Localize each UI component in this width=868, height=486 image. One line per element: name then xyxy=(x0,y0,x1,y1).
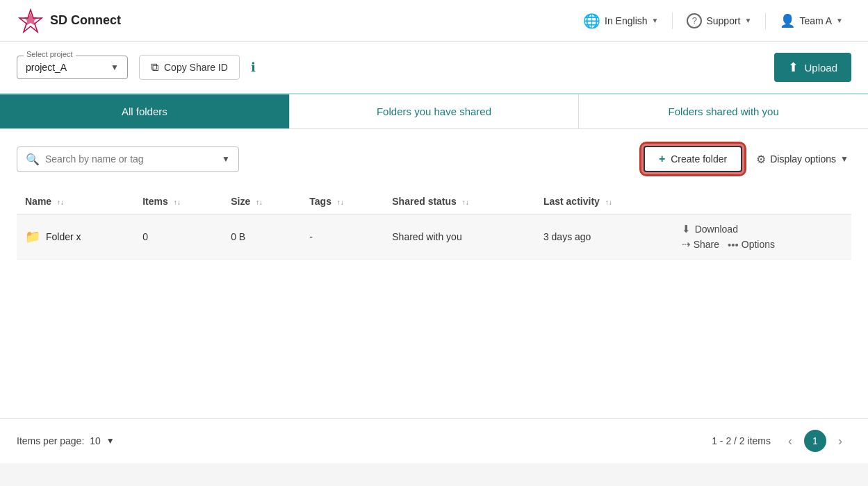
copy-share-id-button[interactable]: ⧉ Copy Share ID xyxy=(139,55,240,80)
cell-actions: ⬇ Download ⇢ Share ••• Options xyxy=(673,215,851,260)
display-options-label: Display options xyxy=(770,153,836,165)
col-size: Size ↑↓ xyxy=(222,189,301,215)
cell-tags: - xyxy=(301,215,384,260)
header-divider-1 xyxy=(672,12,673,29)
table-row: 📁 Folder x 0 0 B - Shared with you 3 day… xyxy=(17,215,851,260)
items-sort-icon[interactable]: ↑↓ xyxy=(174,199,181,206)
options-action[interactable]: ••• Options xyxy=(728,239,775,251)
support-button[interactable]: ? Support ▼ xyxy=(678,9,760,33)
upload-label: Upload xyxy=(804,62,837,74)
col-shared-status: Shared status ↑↓ xyxy=(384,189,535,215)
cell-last-activity: 3 days ago xyxy=(535,215,673,260)
sliders-icon: ⚙ xyxy=(756,153,766,166)
last-activity-sort-icon[interactable]: ↑↓ xyxy=(605,199,612,206)
copy-share-label: Copy Share ID xyxy=(164,62,228,73)
download-icon: ⬇ xyxy=(682,223,691,235)
pagination-range: 1 - 2 / 2 items xyxy=(712,435,771,446)
folder-name[interactable]: Folder x xyxy=(46,231,81,242)
folder-icon: 📁 xyxy=(25,229,40,244)
col-items: Items ↑↓ xyxy=(134,189,222,215)
search-box[interactable]: 🔍 ▼ xyxy=(17,146,239,172)
plus-icon: + xyxy=(659,153,665,165)
header-left: SD Connect xyxy=(17,7,121,35)
cell-items: 0 xyxy=(134,215,222,260)
toolbar: Select project project_A ▼ ⧉ Copy Share … xyxy=(0,42,868,94)
project-selector-chevron-icon: ▼ xyxy=(110,62,119,72)
header-divider-2 xyxy=(765,12,766,29)
cell-name: 📁 Folder x xyxy=(17,215,134,260)
tab-folders-shared-with-you[interactable]: Folders shared with you xyxy=(579,94,868,128)
language-chevron-icon: ▼ xyxy=(652,17,659,24)
team-selector[interactable]: 👤 Team A ▼ xyxy=(771,9,851,33)
user-icon: 👤 xyxy=(780,13,795,28)
col-actions xyxy=(673,189,851,215)
tab-folders-shared-by-you[interactable]: Folders you have shared xyxy=(290,94,579,128)
search-icon: 🔍 xyxy=(26,153,40,166)
toolbar-left: Select project project_A ▼ ⧉ Copy Share … xyxy=(17,55,256,80)
content-area: 🔍 ▼ + Create folder ⚙ Display options ▼ xyxy=(0,129,868,407)
shared-status-sort-icon[interactable]: ↑↓ xyxy=(462,199,469,206)
share-info-icon[interactable]: ℹ xyxy=(251,60,256,75)
support-label: Support xyxy=(706,15,740,26)
prev-page-button[interactable]: ‹ xyxy=(779,430,801,452)
globe-icon: 🌐 xyxy=(583,12,600,29)
project-selector-wrapper: Select project project_A ▼ xyxy=(17,56,128,79)
display-options-chevron-icon: ▼ xyxy=(840,154,849,164)
app-title: SD Connect xyxy=(50,13,121,28)
table-body: 📁 Folder x 0 0 B - Shared with you 3 day… xyxy=(17,215,851,260)
next-page-button[interactable]: › xyxy=(829,430,851,452)
cell-shared-status: Shared with you xyxy=(384,215,535,260)
search-actions-bar: 🔍 ▼ + Create folder ⚙ Display options ▼ xyxy=(17,146,851,172)
create-folder-button[interactable]: + Create folder xyxy=(644,146,742,172)
tags-sort-icon[interactable]: ↑↓ xyxy=(337,199,344,206)
download-action[interactable]: ⬇ Download xyxy=(682,223,738,235)
items-per-page-selector[interactable]: Items per page: 10 ▼ xyxy=(17,435,115,446)
tab-all-folders[interactable]: All folders xyxy=(0,94,289,128)
project-selector[interactable]: project_A ▼ xyxy=(17,56,128,79)
items-per-page-chevron-icon: ▼ xyxy=(106,436,115,446)
col-last-activity: Last activity ↑↓ xyxy=(535,189,673,215)
more-actions[interactable]: ⇢ Share ••• Options xyxy=(682,238,775,251)
copy-icon: ⧉ xyxy=(151,61,158,74)
pagination: Items per page: 10 ▼ 1 - 2 / 2 items ‹ 1… xyxy=(0,418,868,463)
folders-table: Name ↑↓ Items ↑↓ Size ↑↓ Tags ↑↓ xyxy=(17,189,851,260)
folder-tabs: All folders Folders you have shared Fold… xyxy=(0,94,868,129)
display-options-button[interactable]: ⚙ Display options ▼ xyxy=(753,147,851,171)
app-header: SD Connect 🌐 In English ▼ ? Support ▼ 👤 … xyxy=(0,0,868,42)
share-icon: ⇢ xyxy=(682,238,691,251)
options-label: Options xyxy=(742,239,775,250)
upload-button[interactable]: ⬆ Upload xyxy=(774,53,851,82)
project-selector-label: Select project xyxy=(24,50,76,58)
share-action[interactable]: ⇢ Share xyxy=(682,238,719,251)
project-value: project_A xyxy=(26,62,105,73)
support-chevron-icon: ▼ xyxy=(744,17,751,24)
size-sort-icon[interactable]: ↑↓ xyxy=(256,199,263,206)
col-name: Name ↑↓ xyxy=(17,189,134,215)
table-header: Name ↑↓ Items ↑↓ Size ↑↓ Tags ↑↓ xyxy=(17,189,851,215)
language-label: In English xyxy=(605,15,647,26)
share-label: Share xyxy=(694,239,719,250)
cell-size: 0 B xyxy=(222,215,301,260)
items-per-page-label: Items per page: xyxy=(17,435,84,446)
search-dropdown-icon[interactable]: ▼ xyxy=(222,154,230,164)
pagination-nav: ‹ 1 › xyxy=(779,430,851,452)
create-folder-label: Create folder xyxy=(671,153,727,165)
language-selector[interactable]: 🌐 In English ▼ xyxy=(575,8,666,33)
main-content: All folders Folders you have shared Fold… xyxy=(0,94,868,463)
team-label: Team A xyxy=(799,15,832,26)
search-input[interactable] xyxy=(45,153,216,165)
options-icon: ••• xyxy=(728,239,739,251)
name-sort-icon[interactable]: ↑↓ xyxy=(57,199,64,206)
header-right: 🌐 In English ▼ ? Support ▼ 👤 Team A ▼ xyxy=(575,8,851,33)
team-chevron-icon: ▼ xyxy=(836,17,843,24)
csc-logo-icon xyxy=(17,7,44,35)
upload-icon: ⬆ xyxy=(788,60,799,75)
page-1-button[interactable]: 1 xyxy=(804,430,826,452)
col-tags: Tags ↑↓ xyxy=(301,189,384,215)
actions-right: + Create folder ⚙ Display options ▼ xyxy=(644,146,851,172)
logo: SD Connect xyxy=(17,7,121,35)
download-label: Download xyxy=(695,224,738,235)
help-icon: ? xyxy=(687,13,702,28)
pagination-right: 1 - 2 / 2 items ‹ 1 › xyxy=(712,430,851,452)
items-per-page-value: 10 xyxy=(90,435,101,446)
